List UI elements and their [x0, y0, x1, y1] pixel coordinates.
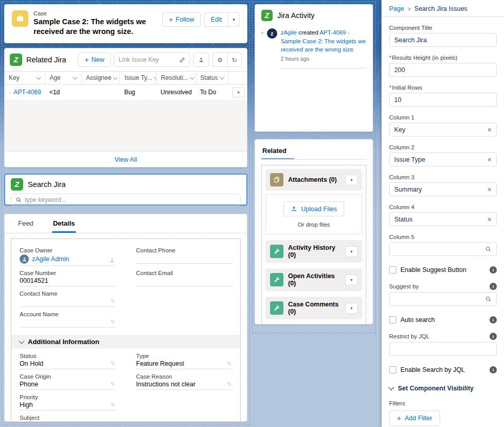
- gear-icon: ⚙: [217, 56, 223, 64]
- link-issue-key-input[interactable]: Link Issue Key: [114, 53, 190, 67]
- search-icon: [485, 246, 492, 252]
- info-icon[interactable]: i: [490, 333, 497, 340]
- settings-button[interactable]: ⚙: [212, 53, 227, 67]
- row-actions-button[interactable]: ▾: [232, 87, 245, 97]
- list-actions-button[interactable]: ▾: [345, 246, 358, 257]
- page-main-column: Case Sample Case 2: The widgets we recei…: [2, 2, 250, 425]
- issue-key-link[interactable]: APT-4069: [13, 89, 41, 96]
- edit-pencil-icon[interactable]: ✎: [110, 401, 115, 408]
- jira-brand-icon: Z: [10, 54, 22, 66]
- edit-button[interactable]: Edit: [204, 12, 229, 27]
- col-header-age[interactable]: Age: [45, 72, 82, 84]
- section-additional-information[interactable]: Additional Information: [11, 335, 240, 349]
- divider: [261, 159, 366, 160]
- enable-search-jql-label: Enable Search by JQL: [400, 366, 485, 373]
- jira-activity-card: Z Jira Activity › z zAgile created APT-4…: [255, 4, 373, 132]
- edit-pencil-icon[interactable]: ✎: [110, 381, 115, 388]
- tab-related[interactable]: Related: [261, 144, 288, 158]
- info-icon[interactable]: i: [490, 283, 497, 290]
- wrench-icon: [270, 301, 283, 315]
- col-header-assignee[interactable]: Assignee: [81, 72, 120, 84]
- info-icon[interactable]: i: [490, 366, 497, 373]
- new-issue-button[interactable]: + New: [78, 53, 111, 67]
- col-header-status[interactable]: Status: [196, 72, 228, 84]
- initial-rows-input[interactable]: 10: [389, 93, 497, 107]
- column-1-input[interactable]: Key×: [389, 123, 497, 136]
- person-icon: [198, 57, 205, 63]
- refresh-icon: ↻: [232, 56, 237, 64]
- search-icon: [485, 296, 492, 302]
- activity-actor-link[interactable]: zAgile: [281, 29, 297, 36]
- change-owner-icon[interactable]: [109, 257, 115, 264]
- column-3-input[interactable]: Summary×: [389, 182, 497, 196]
- col-header-issue-type[interactable]: Issue Ty...: [120, 72, 157, 84]
- required-marker: *: [389, 55, 391, 61]
- case-owner-link[interactable]: zAgile Admin: [32, 255, 69, 263]
- breadcrumb-page-link[interactable]: Page: [389, 5, 404, 12]
- plus-icon: +: [85, 56, 89, 63]
- breadcrumb-separator: >: [408, 6, 411, 12]
- activity-timestamp: 2 hours ago: [281, 56, 366, 62]
- info-icon[interactable]: i: [490, 266, 497, 274]
- edit-pencil-icon[interactable]: ✎: [110, 298, 115, 305]
- column-4-input[interactable]: Status×: [389, 212, 497, 226]
- column-5-label: Column 5: [389, 234, 497, 240]
- initial-rows-label: *Initial Rows: [389, 84, 497, 91]
- tab-feed[interactable]: Feed: [17, 214, 35, 233]
- edit-pencil-icon[interactable]: ✎: [110, 318, 115, 326]
- auto-search-checkbox[interactable]: [389, 316, 396, 323]
- jira-activity-title: Jira Activity: [277, 11, 366, 20]
- record-detail-region: Case Owner zAgile Admin Contact Phone: [11, 238, 241, 422]
- divider: [382, 16, 504, 17]
- close-icon[interactable]: ×: [488, 185, 492, 194]
- expand-chevron-icon[interactable]: ›: [261, 28, 263, 62]
- info-icon[interactable]: i: [490, 316, 497, 323]
- case-icon: [12, 10, 28, 27]
- owner-avatar: [20, 254, 29, 264]
- breadcrumb: Page > Search Jira Issues: [389, 4, 497, 16]
- related-list-open-activities: Open Activities (0) ▾: [265, 268, 362, 291]
- related-jira-card: Z Related Jira + New Link Issue Key ⚙: [4, 48, 247, 167]
- list-actions-button[interactable]: ▾: [345, 175, 358, 185]
- edit-pencil-icon[interactable]: ✎: [227, 381, 232, 388]
- tab-details[interactable]: Details: [52, 214, 76, 233]
- col-header-key[interactable]: Key: [5, 72, 45, 84]
- column-5-input[interactable]: [389, 242, 497, 256]
- results-height-label: *Results Height (in pixels): [389, 55, 497, 61]
- jira-keyword-search-input[interactable]: type keyword...: [11, 194, 241, 206]
- file-drop-zone[interactable]: Upload Files Or drop files: [265, 194, 362, 234]
- results-height-input[interactable]: 200: [389, 63, 497, 77]
- more-actions-button[interactable]: ▾: [228, 12, 240, 27]
- enable-suggest-checkbox[interactable]: [389, 266, 396, 274]
- drop-files-hint: Or drop files: [271, 221, 357, 228]
- component-title-label: Component Title: [389, 25, 497, 31]
- edit-pencil-icon[interactable]: ✎: [227, 360, 232, 367]
- close-icon[interactable]: ×: [488, 156, 492, 164]
- close-icon[interactable]: ×: [488, 126, 492, 134]
- view-all-link[interactable]: View All: [114, 156, 137, 163]
- upload-files-button[interactable]: Upload Files: [283, 201, 344, 216]
- follow-button[interactable]: + Follow: [162, 12, 201, 27]
- case-number-value: 00014521: [20, 277, 48, 284]
- close-icon[interactable]: ×: [488, 215, 492, 224]
- chevron-down-icon: ▾: [232, 17, 235, 22]
- enable-search-jql-checkbox[interactable]: [389, 366, 396, 373]
- search-jira-card-selected[interactable]: Z Search Jira type keyword...: [4, 174, 247, 206]
- col-header-resolution[interactable]: Resoluti...: [156, 72, 196, 84]
- list-actions-button[interactable]: ▾: [345, 275, 358, 285]
- link-user-button[interactable]: [193, 53, 209, 67]
- column-1-label: Column 1: [389, 114, 497, 121]
- list-actions-button[interactable]: ▾: [345, 303, 358, 314]
- column-2-label: Column 2: [389, 144, 497, 150]
- column-2-input[interactable]: Issue Type×: [389, 152, 497, 166]
- chevron-down-icon: ▾: [350, 249, 352, 254]
- edit-pencil-icon[interactable]: ✎: [110, 360, 115, 367]
- suggest-by-input[interactable]: [389, 292, 497, 306]
- component-title-input[interactable]: Search Jira: [389, 33, 497, 47]
- add-filter-button[interactable]: + Add Filter: [389, 411, 440, 426]
- refresh-button[interactable]: ↻: [228, 53, 242, 67]
- set-component-visibility-section[interactable]: Set Component Visibility: [389, 385, 497, 392]
- table-empty-area: [5, 100, 247, 151]
- filters-label: Filters: [389, 400, 497, 406]
- restrict-jql-input[interactable]: [389, 342, 497, 356]
